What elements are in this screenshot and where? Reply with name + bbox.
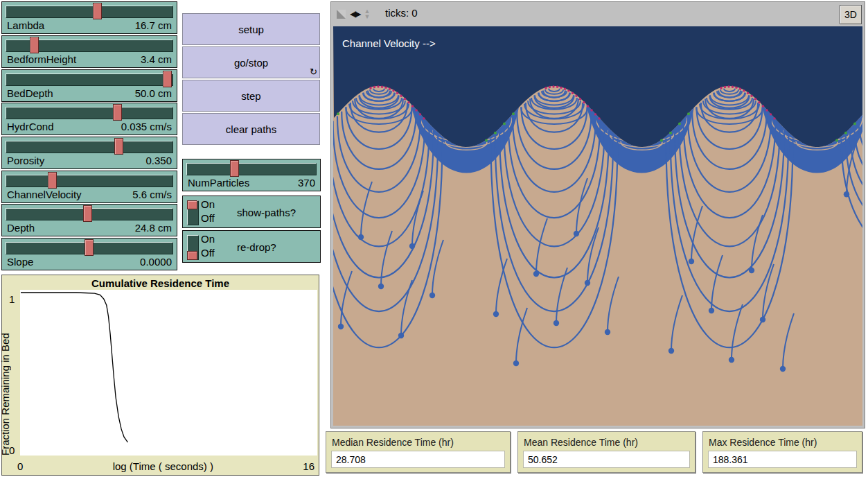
re-drop-switch-knob[interactable] [187, 251, 197, 260]
slider-channelvelocity-value: 5.6 cm/s [132, 189, 172, 200]
mean-residence-value: 50.652 [523, 451, 690, 468]
switch-on-off-labels: OnOff [201, 232, 215, 260]
switch-on-off-labels: OnOff [201, 198, 215, 225]
slider-beddepth-track[interactable] [6, 73, 173, 86]
mean-residence-label: Mean Residence Time (hr) [524, 437, 638, 448]
re-drop-switch-label: re-drop? [237, 231, 276, 263]
clear-paths-button-label: clear paths [226, 123, 276, 135]
slider-channelvelocity-track[interactable] [6, 175, 173, 187]
slider-depth-value: 24.8 cm [135, 222, 172, 234]
view-control-bar: ◀▶ ▲▼ ticks: 0 3D [331, 2, 865, 25]
show-paths-switch-knob[interactable] [187, 200, 197, 209]
slider-porosity-value: 0.350 [145, 155, 172, 166]
netlogo-app-window: Lambda16.7 cm BedformHeight3.4 cm BedDep… [0, 0, 868, 477]
slider-porosity-handle[interactable] [114, 138, 123, 155]
slider-depth-handle[interactable] [83, 205, 92, 222]
slider-lambda-label: Lambda [7, 19, 44, 31]
step-button[interactable]: step [182, 80, 320, 112]
vertical-arrows-icon[interactable]: ▲▼ [364, 8, 370, 19]
channel-velocity-label: Channel Velocity --> [342, 37, 436, 49]
slider-hydrcond-label: HydrCond [7, 121, 54, 132]
slider-bedformheight-value: 3.4 cm [141, 53, 172, 65]
max-residence-value: 188.361 [708, 451, 857, 468]
slider-numparticles-handle[interactable] [230, 160, 239, 177]
show-paths-switch-label: show-paths? [237, 196, 296, 229]
slider-slope[interactable]: Slope0.0000 [1, 238, 177, 270]
slider-slope-label: Slope [7, 256, 33, 268]
max-residence-label: Max Residence Time (hr) [709, 437, 817, 448]
slider-porosity-track[interactable] [6, 141, 173, 153]
median-residence-label: Median Residence Time (hr) [332, 437, 454, 448]
slider-beddepth-handle[interactable] [163, 71, 172, 87]
setup-button-label: setup [238, 24, 264, 35]
slider-hydrcond-value: 0.035 cm/s [121, 121, 172, 132]
cumulative-residence-time-plot: Cumulative Residence Time 1 0 Fraction R… [1, 275, 319, 476]
diagonal-resize-icon[interactable] [337, 10, 346, 19]
world-view: ◀▶ ▲▼ ticks: 0 3D Channel Velocity --> [330, 1, 865, 428]
slider-channelvelocity-handle[interactable] [48, 172, 57, 189]
slider-numparticles-track[interactable] [186, 163, 317, 175]
plot-canvas [20, 290, 317, 456]
slider-lambda-track[interactable] [6, 6, 173, 18]
slider-numparticles-label: NumParticles [188, 177, 249, 189]
median-residence-monitor: Median Residence Time (hr) 28.708 [326, 431, 511, 473]
slider-lambda-value: 16.7 cm [135, 19, 172, 31]
slider-lambda-handle[interactable] [93, 3, 102, 19]
show-paths-switch[interactable]: OnOff show-paths? [182, 196, 321, 228]
slider-channelvelocity-label: ChannelVelocity [7, 189, 82, 200]
slider-bedformheight-track[interactable] [6, 40, 173, 52]
slider-bedformheight[interactable]: BedformHeight3.4 cm [1, 35, 177, 68]
go-stop-button-label: go/stop [234, 57, 268, 69]
slider-slope-value: 0.0000 [140, 256, 172, 268]
plot-x-axis-label: log (Time ( seconds) ) [113, 460, 213, 472]
slider-numparticles[interactable]: NumParticles370 [182, 159, 321, 191]
slider-channelvelocity[interactable]: ChannelVelocity5.6 cm/s [1, 171, 177, 203]
plot-xtick-16: 16 [303, 460, 315, 472]
max-residence-monitor: Max Residence Time (hr) 188.361 [702, 431, 862, 473]
plot-xtick-0: 0 [17, 460, 23, 472]
3d-view-button[interactable]: 3D [840, 5, 862, 24]
re-drop-switch[interactable]: OnOff re-drop? [182, 230, 321, 263]
slider-porosity[interactable]: Porosity0.350 [1, 137, 177, 169]
slider-beddepth-label: BedDepth [7, 87, 53, 99]
world-canvas[interactable]: Channel Velocity --> [333, 26, 862, 426]
forever-icon: ↻ [310, 67, 317, 77]
slider-depth[interactable]: Depth24.8 cm [1, 204, 177, 236]
horizontal-arrows-icon[interactable]: ◀▶ [350, 9, 360, 19]
go-stop-button[interactable]: go/stop↻ [182, 46, 320, 78]
clear-paths-button[interactable]: clear paths [182, 113, 320, 145]
slider-beddepth[interactable]: BedDepth50.0 cm [1, 69, 177, 102]
re-drop-switch-track[interactable] [187, 235, 199, 260]
plot-curve [20, 290, 317, 456]
mean-residence-monitor: Mean Residence Time (hr) 50.652 [517, 431, 696, 473]
setup-button[interactable]: setup [182, 13, 320, 45]
slider-bedformheight-label: BedformHeight [7, 53, 76, 65]
slider-beddepth-value: 50.0 cm [135, 87, 172, 99]
step-button-label: step [241, 90, 260, 102]
plot-y-axis-label: Fraction Remaining in Bed [0, 296, 11, 456]
slider-bedformheight-handle[interactable] [30, 37, 39, 53]
slider-slope-handle[interactable] [85, 239, 94, 256]
slider-hydrcond[interactable]: HydrCond0.035 cm/s [1, 103, 177, 135]
plot-title: Cumulative Residence Time [2, 277, 319, 289]
slider-slope-track[interactable] [6, 242, 173, 254]
slider-hydrcond-track[interactable] [6, 107, 173, 119]
slider-porosity-label: Porosity [7, 155, 44, 166]
ticks-counter: ticks: 0 [385, 7, 418, 19]
median-residence-value: 28.708 [331, 451, 505, 468]
slider-hydrcond-handle[interactable] [113, 104, 122, 121]
slider-depth-track[interactable] [6, 208, 173, 220]
slider-depth-label: Depth [7, 222, 35, 234]
slider-lambda[interactable]: Lambda16.7 cm [1, 1, 177, 34]
simulation-graphics [333, 26, 862, 426]
slider-numparticles-value: 370 [298, 177, 315, 189]
show-paths-switch-track[interactable] [187, 200, 199, 225]
